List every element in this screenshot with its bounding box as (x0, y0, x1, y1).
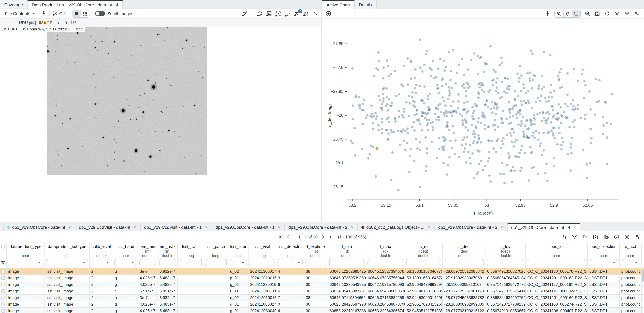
results-tab[interactable]: dp1_v29.ObsCore - data-int (3, 223, 75, 231)
hdu-next-icon[interactable] (64, 21, 68, 25)
file-contents-dropdown[interactable]: File Contents (5, 11, 30, 16)
pin-icon[interactable] (545, 11, 550, 16)
histogram-icon[interactable] (266, 11, 272, 16)
column-filter-input[interactable] (444, 259, 484, 266)
column-filter-select[interactable] (91, 259, 112, 266)
table-row[interactable]: imagelsst.visit_image2r5.51e-76.891e-7r_… (0, 288, 644, 295)
close-icon[interactable] (205, 226, 208, 229)
save-icon[interactable] (594, 11, 600, 16)
save-icon[interactable] (592, 234, 598, 240)
grid-view-button[interactable] (80, 10, 89, 17)
palette-icon[interactable] (257, 11, 263, 16)
row-checkbox[interactable] (1, 276, 5, 280)
chart-tab[interactable]: Active Chart (322, 0, 355, 9)
column-filter-input[interactable] (140, 259, 156, 266)
column-header[interactable]: s_dec(deg)double (443, 243, 486, 268)
settings-icon[interactable] (624, 11, 630, 16)
column-header[interactable]: s_fov(deg)double (486, 243, 526, 268)
column-header[interactable]: t_max(d)double (366, 243, 405, 268)
left-tab[interactable]: Data Product: dp1_v29.ObsCore - data-int… (28, 0, 123, 9)
table-row[interactable]: imagelsst.visit_image2g4.026e-75.483e-7g… (0, 275, 644, 281)
image-area[interactable]: LSST.DP1, LSSTComCam, CC_O_202411... 0.1… (0, 27, 321, 222)
table-row[interactable]: imagelsst.visit_image2u3e-73.932e-7u_022… (0, 295, 644, 301)
column-header[interactable]: t_min(d)double (328, 243, 366, 268)
column-filter-input[interactable] (250, 259, 274, 266)
chart-tab[interactable]: Details (355, 0, 376, 8)
page-prev-icon[interactable] (286, 235, 291, 239)
center-icon[interactable] (276, 11, 281, 16)
close-icon[interactable] (133, 226, 136, 229)
results-tab[interactable]: dp1_v29.ObsCore - data-int - 1 (212, 223, 285, 231)
column-filter-input[interactable] (179, 259, 202, 266)
column-filter-select[interactable] (278, 259, 302, 266)
expand-icon[interactable] (635, 234, 641, 240)
column-filter-input[interactable] (306, 259, 326, 266)
select-all-checkbox[interactable] (1, 245, 5, 249)
column-filter-input[interactable] (159, 259, 176, 266)
column-filter-input[interactable] (368, 259, 404, 266)
column-header[interactable]: dataproduct_typechar (6, 243, 45, 268)
chart-area[interactable]: 53.253.1553.153.055352.9552.952.85−27.85… (322, 19, 644, 224)
table-row[interactable]: imagelsst.visit_image2u3e-73.932e-7u_022… (0, 268, 644, 275)
scroll-images-toggle[interactable] (95, 11, 105, 16)
column-header[interactable]: lsst_detectorlong (276, 243, 304, 268)
row-checkbox[interactable] (1, 289, 5, 293)
column-filter-select[interactable] (46, 259, 88, 266)
table-row[interactable]: imagelsst.visit_image2g4.026e-75.483e-7g… (0, 301, 644, 308)
row-checkbox[interactable] (1, 296, 5, 300)
settings-icon[interactable] (624, 234, 630, 240)
column-header[interactable]: obs_collectionchar (588, 243, 620, 268)
column-filter-select[interactable] (230, 259, 247, 266)
hdu-prev-icon[interactable] (56, 21, 61, 25)
results-tab[interactable]: dp1_v29.CcdVisit - data-int (75, 223, 140, 231)
add-chart-icon[interactable] (325, 10, 332, 17)
table-row[interactable]: imagelsst.visit_image2g4.026e-75.483e-7g… (0, 308, 644, 313)
column-header[interactable]: o_ucdchar (620, 243, 642, 268)
info-icon[interactable] (614, 234, 620, 240)
left-tab[interactable]: Coverage (0, 0, 28, 8)
row-checkbox[interactable] (1, 283, 5, 286)
table-options-icon[interactable] (561, 234, 567, 240)
column-filter-input[interactable] (487, 259, 524, 266)
page-last-icon[interactable] (328, 235, 333, 239)
filter-icon[interactable] (572, 234, 578, 240)
pan-button[interactable] (563, 10, 572, 17)
column-filter-input[interactable] (329, 259, 364, 266)
select-area-button[interactable] (572, 10, 580, 17)
restore-icon[interactable] (604, 11, 610, 16)
column-header[interactable]: lsst_tractlong (178, 243, 203, 268)
column-filter-select[interactable] (114, 259, 136, 266)
column-header[interactable]: dataproduct_subtypechar (45, 243, 90, 268)
column-header[interactable]: lsst_filterchar (228, 243, 248, 268)
zoom-in-button[interactable] (555, 10, 563, 17)
row-checkbox[interactable] (1, 270, 5, 273)
column-filter-input[interactable] (406, 259, 441, 266)
layers-icon[interactable]: 2 (294, 11, 300, 16)
scissors-icon[interactable] (52, 11, 58, 16)
page-first-icon[interactable] (278, 235, 283, 239)
single-view-button[interactable] (72, 10, 80, 17)
column-header[interactable]: s_ra(deg)double (405, 243, 443, 268)
results-tab[interactable]: dp1_v29.CcdVisit - data-int - 1 (140, 223, 212, 231)
resize-icon[interactable] (312, 11, 318, 16)
column-filter-input[interactable] (527, 259, 586, 266)
tools-icon[interactable] (242, 11, 248, 16)
column-filter-select[interactable] (621, 259, 640, 266)
results-tab[interactable]: dp1_v29.ObsCore - data-int - 4 (508, 223, 580, 231)
results-tab[interactable]: dp1_v29.ObsCore - data-int - 3 (434, 223, 508, 231)
mask-icon[interactable] (285, 11, 290, 16)
add-column-icon[interactable] (603, 234, 609, 240)
filter-icon[interactable] (1, 261, 6, 265)
column-header[interactable]: em_max(m)double (158, 243, 178, 268)
column-header[interactable]: lsst_visitlong (248, 243, 276, 268)
column-header[interactable]: em_min(m)double (138, 243, 158, 268)
unlink-icon[interactable] (303, 11, 309, 16)
column-header[interactable]: obs_idchar (526, 243, 588, 268)
pin-icon[interactable] (41, 11, 47, 16)
column-filter-select[interactable] (8, 259, 43, 266)
results-tab[interactable]: dp02_dc2_catalogs.Object - ... (358, 223, 435, 231)
fits-image[interactable] (47, 27, 207, 175)
close-icon[interactable] (500, 226, 504, 229)
page-next-icon[interactable] (320, 235, 326, 239)
column-header[interactable]: lsst_patchlong (203, 243, 228, 268)
